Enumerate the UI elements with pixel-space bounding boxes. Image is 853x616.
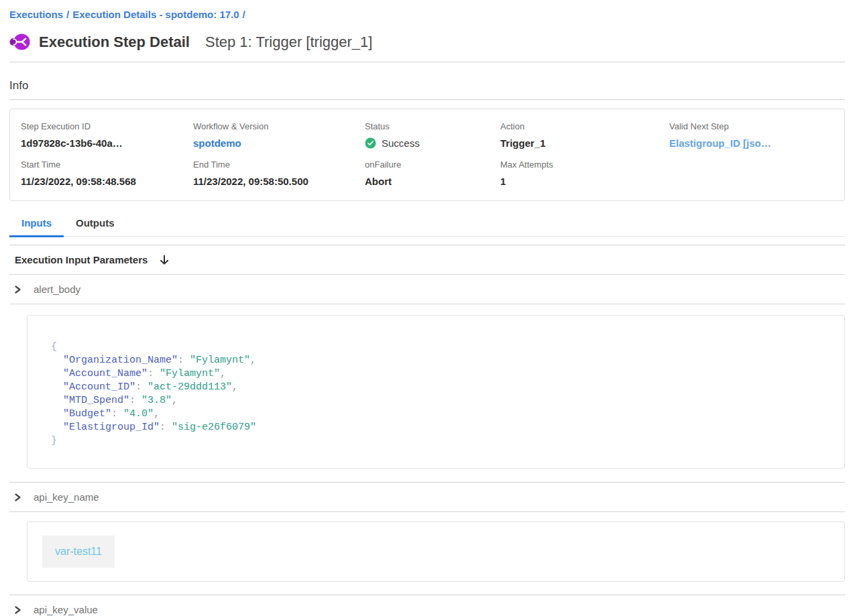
action-value: Trigger_1 (500, 137, 669, 149)
field-label: Action (500, 121, 669, 131)
info-section-title: Info (9, 79, 845, 93)
page-title: Execution Step Detail (39, 34, 190, 51)
info-field-max-attempts: Max Attempts 1 (500, 160, 669, 187)
tab-bar: Inputs Outputs (9, 210, 845, 237)
info-field-onfailure: onFailure Abort (365, 160, 500, 187)
info-field-workflow-version: Workflow & Version spotdemo (193, 121, 365, 149)
title-divider (9, 62, 845, 62)
tab-outputs[interactable]: Outputs (64, 210, 127, 236)
section-alert-body[interactable]: alert_body (9, 275, 845, 304)
alert-body-code: { "Organization_Name": "Fylamynt", "Acco… (51, 341, 824, 448)
arrow-down-icon[interactable] (160, 255, 169, 265)
status-value: Success (365, 137, 500, 149)
field-label: Workflow & Version (193, 121, 365, 131)
info-field-status: Status Success (365, 121, 500, 149)
section-api-key-name[interactable]: api_key_name (9, 483, 845, 511)
api-key-name-value-box: var-test11 (27, 521, 845, 582)
field-label: Step Execution ID (21, 121, 193, 131)
section-api-key-value[interactable]: api_key_value (9, 595, 845, 616)
field-label: Valid Next Step (669, 121, 834, 131)
field-label: End Time (193, 160, 365, 170)
info-field-step-execution-id: Step Execution ID 1d97828c-13b6-40a… (21, 121, 193, 149)
section-label-api-key-name: api_key_name (34, 491, 99, 503)
tab-inputs[interactable]: Inputs (9, 210, 64, 236)
success-check-icon (365, 137, 376, 149)
api-key-name-divider (9, 511, 845, 512)
breadcrumb-execution-details[interactable]: Execution Details - spotdemo: 17.0 (72, 9, 239, 20)
start-time-value: 11/23/2022, 09:58:48.568 (21, 176, 193, 187)
field-label: Status (365, 121, 500, 131)
chevron-right-icon[interactable] (13, 285, 22, 294)
field-label: Max Attempts (500, 160, 669, 170)
alert-body-divider (9, 304, 845, 304)
info-card: Step Execution ID 1d97828c-13b6-40a… Wor… (9, 109, 845, 201)
section-label-api-key-value: api_key_value (34, 604, 98, 616)
workflow-link[interactable]: spotdemo (193, 137, 365, 149)
info-field-valid-next-step: Valid Next Step Elastigroup_ID [jso… (669, 121, 834, 149)
api-key-name-value-chip: var-test11 (42, 536, 115, 568)
alert-body-json-viewer: { "Organization_Name": "Fylamynt", "Acco… (27, 315, 845, 469)
breadcrumb-executions[interactable]: Executions (9, 9, 63, 20)
execution-input-parameters-label: Execution Input Parameters (15, 254, 148, 266)
breadcrumb-trailing-separator: / (239, 9, 249, 20)
end-time-value: 11/23/2022, 09:58:50.500 (193, 176, 365, 187)
step-execution-id-value: 1d97828c-13b6-40a… (21, 137, 193, 149)
info-field-empty (669, 160, 834, 187)
info-field-end-time: End Time 11/23/2022, 09:58:50.500 (193, 160, 365, 187)
breadcrumb-separator: / (63, 9, 72, 20)
fylamynt-logo-icon (9, 32, 30, 52)
execution-step-detail-page: Executions/Execution Details - spotdemo:… (0, 0, 853, 616)
status-text: Success (382, 137, 420, 149)
field-label: Start Time (21, 160, 193, 170)
info-divider (9, 99, 845, 100)
section-label-alert-body: alert_body (34, 284, 80, 296)
valid-next-step-link[interactable]: Elastigroup_ID [jso… (669, 137, 834, 149)
breadcrumb: Executions/Execution Details - spotdemo:… (9, 0, 845, 21)
info-field-action: Action Trigger_1 (500, 121, 669, 149)
chevron-right-icon[interactable] (13, 493, 22, 502)
page-subtitle: Step 1: Trigger [trigger_1] (205, 34, 372, 51)
info-field-start-time: Start Time 11/23/2022, 09:58:48.568 (21, 160, 193, 187)
execution-input-parameters-header[interactable]: Execution Input Parameters (9, 245, 845, 274)
page-title-bar: Execution Step Detail Step 1: Trigger [t… (9, 32, 845, 52)
field-label: onFailure (365, 160, 500, 170)
chevron-right-icon[interactable] (13, 605, 22, 615)
max-attempts-value: 1 (500, 176, 669, 187)
onfailure-value: Abort (365, 176, 500, 187)
